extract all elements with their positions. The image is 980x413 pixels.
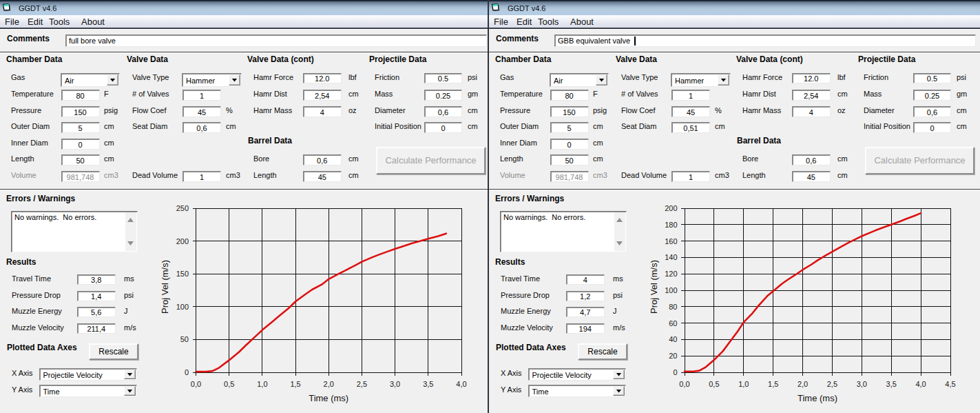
svg-text:3,5: 3,5: [886, 380, 897, 388]
svg-text:2,0: 2,0: [324, 380, 334, 388]
svg-text:40: 40: [669, 335, 677, 343]
svg-text:100: 100: [665, 286, 677, 294]
svg-text:0,5: 0,5: [224, 380, 234, 388]
svg-text:Time (ms): Time (ms): [797, 393, 837, 403]
svg-text:50: 50: [180, 335, 189, 343]
svg-text:0,0: 0,0: [191, 380, 201, 388]
svg-text:1,0: 1,0: [257, 380, 267, 388]
svg-text:0: 0: [673, 368, 677, 376]
svg-text:100: 100: [176, 303, 189, 311]
svg-text:Time (ms): Time (ms): [309, 393, 348, 403]
svg-text:200: 200: [176, 237, 189, 245]
svg-text:0,5: 0,5: [709, 380, 719, 388]
svg-text:200: 200: [665, 204, 677, 212]
svg-text:180: 180: [665, 221, 677, 229]
svg-text:250: 250: [176, 204, 189, 212]
svg-text:20: 20: [669, 352, 677, 360]
svg-text:2,5: 2,5: [357, 380, 367, 388]
svg-text:80: 80: [669, 303, 677, 311]
svg-text:0: 0: [185, 368, 189, 376]
svg-text:1,5: 1,5: [768, 380, 778, 388]
svg-text:3,0: 3,0: [390, 380, 400, 388]
svg-text:120: 120: [665, 270, 677, 278]
svg-text:140: 140: [665, 253, 677, 261]
svg-text:150: 150: [176, 270, 189, 278]
svg-text:3,5: 3,5: [423, 380, 433, 388]
svg-text:4,5: 4,5: [945, 380, 955, 388]
svg-text:60: 60: [669, 319, 677, 328]
svg-text:1,5: 1,5: [290, 380, 300, 388]
svg-text:2,5: 2,5: [827, 380, 837, 388]
svg-text:160: 160: [665, 237, 677, 245]
svg-text:0,0: 0,0: [679, 380, 689, 388]
svg-text:4,0: 4,0: [456, 380, 466, 388]
svg-text:1,0: 1,0: [738, 380, 749, 388]
svg-text:4,0: 4,0: [915, 380, 926, 388]
svg-text:3,0: 3,0: [857, 380, 867, 388]
svg-text:2,0: 2,0: [797, 380, 808, 388]
